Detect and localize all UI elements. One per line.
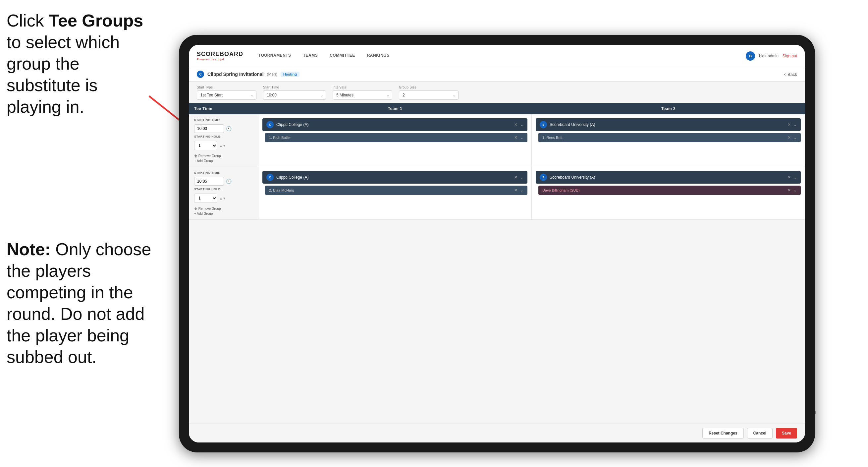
team2-close-1[interactable]: ✕: [787, 122, 791, 127]
group-size-group: Group Size 2: [399, 86, 459, 100]
team2-actions-2: ✕ ⌄: [787, 175, 797, 180]
team1-close-1[interactable]: ✕: [514, 122, 518, 127]
team2-row-1[interactable]: S Scoreboard University (A) ✕ ⌄: [536, 118, 801, 131]
tournament-badge: C: [197, 70, 204, 78]
time-input-2[interactable]: [194, 177, 224, 185]
nav-rankings[interactable]: RANKINGS: [361, 45, 396, 67]
player-name-1-1: 1. Rich Butler: [269, 136, 291, 140]
table-header: Tee Time Team 1 Team 2: [189, 103, 805, 114]
player-chevron-1-1[interactable]: ⌄: [520, 135, 523, 140]
team1-row-1[interactable]: C Clippd College (A) ✕ ⌄: [262, 118, 527, 131]
player-row-1-1[interactable]: 1. Rich Butler ✕ ⌄: [265, 133, 527, 142]
player-name-sub-2: Dave Billingham (SUB): [542, 188, 580, 192]
player-close-sub-2[interactable]: ✕: [787, 188, 791, 193]
player-close-2-1[interactable]: ✕: [787, 135, 791, 140]
player-row-2-1[interactable]: 1. Rees Britt ✕ ⌄: [538, 133, 801, 142]
team2-badge-1: S: [540, 121, 547, 128]
player-row-left-1-1: 1. Rich Butler: [269, 136, 291, 140]
player-actions-2-1: ✕ ⌄: [787, 135, 797, 140]
col-team2: Team 2: [532, 103, 805, 114]
team2-close-2[interactable]: ✕: [787, 175, 791, 180]
nav-links: TOURNAMENTS TEAMS COMMITTEE RANKINGS: [252, 45, 746, 67]
intervals-select[interactable]: 5 Minutes: [333, 90, 392, 100]
table-row: STARTING TIME: 🕙 STARTING HOLE: 1 ▲▼ 🗑 R…: [189, 114, 805, 167]
team1-row-left-1: C Clippd College (A): [266, 121, 308, 128]
group-size-select[interactable]: 2: [399, 90, 459, 100]
start-type-group: Start Type 1st Tee Start: [197, 86, 256, 100]
team1-actions-2: ✕ ⌄: [514, 175, 523, 180]
logo-sub: Powered by clippd: [197, 58, 243, 61]
hole-select-1[interactable]: 1: [194, 141, 217, 150]
remove-group-1[interactable]: 🗑 Remove Group: [194, 154, 253, 158]
team2-chevron-2[interactable]: ⌄: [794, 175, 797, 180]
team2-panel-2: S Scoreboard University (A) ✕ ⌄ Dave Bil…: [532, 167, 805, 220]
player-row-left-1-2: 2. Blair McHarg: [269, 188, 294, 192]
left-panel-1: STARTING TIME: 🕙 STARTING HOLE: 1 ▲▼ 🗑 R…: [189, 114, 258, 167]
clock-icon-2: 🕙: [226, 179, 231, 184]
start-type-select[interactable]: 1st Tee Start: [197, 90, 256, 100]
back-link[interactable]: < Back: [784, 72, 797, 77]
tournament-gender: (Men): [267, 72, 277, 77]
add-group-2[interactable]: + Add Group: [194, 212, 253, 215]
sub-header: C Clippd Spring Invitational (Men) Hosti…: [189, 67, 805, 82]
team1-badge-2: C: [266, 174, 274, 181]
time-input-wrap-1: 🕙: [194, 124, 253, 133]
intervals-group: Intervals 5 Minutes: [333, 86, 392, 100]
col-tee-time: Tee Time: [189, 103, 258, 114]
nav-right: B blair admin Sign out: [746, 51, 797, 61]
tournament-title: Clippd Spring Invitational: [207, 71, 264, 77]
left-actions-1: 🗑 Remove Group + Add Group: [194, 154, 253, 163]
logo-text: SCOREBOARD: [197, 51, 243, 58]
nav-committee[interactable]: COMMITTEE: [324, 45, 361, 67]
col-team1: Team 1: [258, 103, 532, 114]
team1-panel-2: C Clippd College (A) ✕ ⌄ 2. Blair McHarg: [258, 167, 532, 220]
nav-tournaments[interactable]: TOURNAMENTS: [252, 45, 297, 67]
cancel-button[interactable]: Cancel: [747, 428, 773, 438]
team1-name-2: Clippd College (A): [276, 175, 308, 180]
team1-chevron-2[interactable]: ⌄: [520, 175, 523, 180]
player-row-left-sub-2: Dave Billingham (SUB): [542, 188, 580, 192]
player-actions-sub-2: ✕ ⌄: [787, 188, 797, 193]
tablet-screen: SCOREBOARD Powered by clippd TOURNAMENTS…: [189, 45, 805, 442]
player-chevron-2-1[interactable]: ⌄: [794, 135, 797, 140]
team2-row-left-2: S Scoreboard University (A): [540, 174, 595, 181]
starting-time-label-1: STARTING TIME:: [194, 118, 253, 122]
team1-actions-1: ✕ ⌄: [514, 122, 523, 127]
reset-changes-button[interactable]: Reset Changes: [702, 428, 744, 438]
player-chevron-1-2[interactable]: ⌄: [520, 188, 523, 193]
team2-panel-1: S Scoreboard University (A) ✕ ⌄ 1. Rees …: [532, 114, 805, 167]
team1-close-2[interactable]: ✕: [514, 175, 518, 180]
team1-row-left-2: C Clippd College (A): [266, 174, 308, 181]
sign-out-link[interactable]: Sign out: [782, 54, 797, 58]
player-close-1-2[interactable]: ✕: [514, 188, 518, 193]
team2-badge-2: S: [540, 174, 547, 181]
player-row-left-2-1: 1. Rees Britt: [542, 136, 562, 140]
team2-name-1: Scoreboard University (A): [550, 122, 595, 127]
team1-row-2[interactable]: C Clippd College (A) ✕ ⌄: [262, 171, 527, 184]
user-avatar: B: [746, 51, 755, 61]
instruction-top: Click Tee Groups to select which group t…: [7, 10, 146, 118]
team1-chevron-1[interactable]: ⌄: [520, 122, 523, 127]
player-close-1-1[interactable]: ✕: [514, 135, 518, 140]
team2-chevron-1[interactable]: ⌄: [794, 122, 797, 127]
start-type-label: Start Type: [197, 86, 256, 89]
player-chevron-sub-2[interactable]: ⌄: [794, 188, 797, 193]
add-group-1[interactable]: + Add Group: [194, 159, 253, 163]
team1-panel-1: C Clippd College (A) ✕ ⌄ 1. Rich Butler: [258, 114, 532, 167]
team2-row-2[interactable]: S Scoreboard University (A) ✕ ⌄: [536, 171, 801, 184]
footer-bar: Reset Changes Cancel Save: [189, 424, 805, 442]
left-panel-2: STARTING TIME: 🕙 STARTING HOLE: 1 ▲▼ 🗑 R…: [189, 167, 258, 220]
tablet-frame: SCOREBOARD Powered by clippd TOURNAMENTS…: [179, 35, 815, 453]
player-row-1-2[interactable]: 2. Blair McHarg ✕ ⌄: [265, 185, 527, 195]
start-time-input[interactable]: [263, 90, 326, 100]
logo-area: SCOREBOARD Powered by clippd: [197, 51, 243, 61]
hole-input-1: 1 ▲▼: [194, 141, 253, 150]
nav-teams[interactable]: TEAMS: [297, 45, 324, 67]
time-input-1[interactable]: [194, 124, 224, 133]
hole-select-2[interactable]: 1: [194, 194, 217, 203]
player-row-sub-2[interactable]: Dave Billingham (SUB) ✕ ⌄: [538, 185, 801, 195]
save-button[interactable]: Save: [776, 428, 797, 438]
remove-group-2[interactable]: 🗑 Remove Group: [194, 207, 253, 210]
player-actions-1-1: ✕ ⌄: [514, 135, 523, 140]
starting-hole-label-1: STARTING HOLE:: [194, 135, 253, 138]
